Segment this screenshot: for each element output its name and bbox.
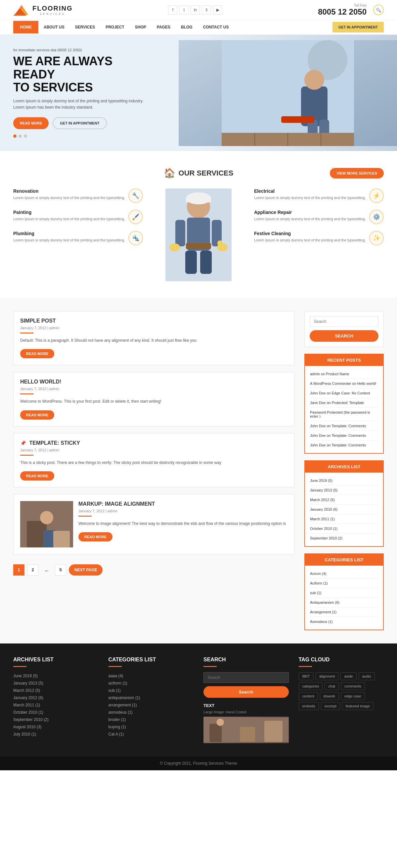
tag-comments[interactable]: comments [341, 682, 365, 690]
recent-posts-list: admin on Product Name A WordPress Commen… [305, 366, 383, 453]
read-more-hero[interactable]: READ MORE [13, 117, 48, 129]
social-youtube[interactable]: ▶ [213, 5, 222, 14]
tag-chat[interactable]: chat [325, 682, 339, 690]
nav-contact[interactable]: CONTACT US [198, 20, 234, 34]
page-1[interactable]: 1 [13, 564, 25, 576]
archive-6[interactable]: October 2010 (1) [310, 524, 378, 533]
archive-4[interactable]: January 2010 (6) [310, 505, 378, 514]
hero-dot-1[interactable] [13, 134, 16, 138]
archive-2[interactable]: January 2013 (5) [310, 486, 378, 495]
nav-blog[interactable]: BLOG [176, 20, 198, 34]
footer-cat-3[interactable]: sub (1) [108, 687, 194, 694]
archive-1[interactable]: June 2019 (5) [310, 476, 378, 486]
footer-cat-6[interactable]: asmodeus (1) [108, 709, 194, 716]
footer-archive-5[interactable]: March 2011 (1) [13, 702, 99, 709]
footer-search-btn[interactable]: Search [203, 686, 289, 698]
category-4[interactable]: Antiquarianism (6) [310, 598, 378, 608]
hero-section: for immediate services dial (8005 12 205… [0, 35, 397, 151]
tag-featured-image[interactable]: featured image [342, 702, 373, 710]
footer-cat-7[interactable]: broder (1) [108, 716, 194, 723]
archive-7[interactable]: September 2010 (2) [310, 533, 378, 543]
footer-archive-4[interactable]: January 2012 (6) [13, 694, 99, 702]
recent-post-1[interactable]: admin on Product Name [310, 369, 378, 379]
social-instagram[interactable]: in [191, 5, 200, 14]
next-page[interactable]: Next Page [69, 564, 103, 576]
category-1[interactable]: Acicon (4) [310, 569, 378, 579]
footer-archive-8[interactable]: August 2010 (3) [13, 723, 99, 731]
post-title: HELLO WORLD! [20, 379, 288, 385]
post-simple: SIMPLE POST January 7, 2012 | admin Defa… [13, 311, 294, 365]
hero-image-placeholder [179, 40, 397, 146]
footer-archive-2[interactable]: January 2013 (5) [13, 680, 99, 687]
tag-aside[interactable]: aside [340, 672, 356, 680]
search-button[interactable]: 🔍 [373, 5, 384, 15]
footer-cat-9[interactable]: Cat A (1) [108, 731, 194, 738]
footer-archive-3[interactable]: March 2012 (5) [13, 687, 99, 694]
social-facebook[interactable]: f [168, 5, 177, 14]
view-more-services[interactable]: VIEW MORE SERVICES [330, 168, 384, 179]
category-6[interactable]: Asmodeus (1) [310, 617, 378, 626]
appointment-button[interactable]: GET IN APPOINTMENT [332, 22, 384, 32]
footer-cat-4[interactable]: antiquarianism (1) [108, 694, 194, 702]
hero-dot-3[interactable] [24, 134, 27, 138]
archive-5[interactable]: March 2011 (1) [310, 514, 378, 524]
page-5[interactable]: 5 [55, 564, 66, 576]
read-more-sticky[interactable]: READ MORE [20, 471, 54, 480]
nav-project[interactable]: PROJECT [100, 20, 130, 34]
toll-free-label: Toll Free [318, 4, 367, 7]
category-5[interactable]: Arrangement (1) [310, 608, 378, 617]
recent-post-6[interactable]: John Doe on Template: Comments [310, 421, 378, 431]
read-more-simple[interactable]: READ MORE [20, 349, 54, 358]
archive-3[interactable]: March 2012 (5) [310, 495, 378, 505]
tag-edge-case[interactable]: edge case [341, 692, 365, 700]
footer-archive-1[interactable]: June 2019 (5) [13, 672, 99, 680]
sidebar-search-input[interactable] [310, 316, 378, 327]
post-title: 📌 TEMPLATE: STICKY [20, 440, 288, 446]
recent-post-7[interactable]: John Doe on Template: Comments [310, 431, 378, 440]
recent-post-2[interactable]: A WordPress Commenter on Hello world! [310, 379, 378, 389]
sidebar-search-btn[interactable]: SEARCH [310, 330, 378, 342]
recent-post-4[interactable]: Jane Doe on Protected: Template [310, 398, 378, 408]
page-2[interactable]: 2 [27, 564, 38, 576]
read-more-image[interactable]: READ MORE [78, 532, 112, 541]
nav-pages[interactable]: PAGES [152, 20, 176, 34]
tag-audio[interactable]: audio [359, 672, 375, 680]
nav-home[interactable]: HOME [13, 21, 38, 33]
svg-rect-20 [200, 251, 212, 274]
footer-archive-7[interactable]: September 2010 (2) [13, 716, 99, 723]
nav-shop[interactable]: SHOP [130, 20, 152, 34]
nav-about[interactable]: ABOUT US [38, 20, 70, 34]
tag-dowork[interactable]: dowork [320, 692, 339, 700]
footer-archive-6[interactable]: October 2010 (1) [13, 709, 99, 716]
hero-dot-2[interactable] [19, 134, 22, 138]
post-divider [20, 455, 33, 456]
read-more-hello[interactable]: READ MORE [20, 410, 54, 420]
tag-content[interactable]: content [299, 692, 318, 700]
footer-text-title: TEXT [203, 703, 289, 708]
tag-8bit[interactable]: 8BIT [299, 672, 313, 680]
social-linkedin[interactable]: li [202, 5, 211, 14]
tag-excerpt[interactable]: excerpt [321, 702, 340, 710]
footer-cat-5[interactable]: arrangement (1) [108, 702, 194, 709]
post-excerpt: Welcome to WordPress. This is your first… [20, 398, 288, 405]
footer-cat-2[interactable]: aciform (1) [108, 680, 194, 687]
nav-services[interactable]: SERVICES [70, 20, 100, 34]
services-left: Renovation Lorem Ipsum is simply dummy t… [13, 188, 156, 245]
appointment-hero[interactable]: GET IN APPOINTMENT [53, 117, 106, 129]
hero-title: WE ARE ALWAYS READY TO SERVICES [13, 55, 145, 94]
footer-archive-9[interactable]: July 2010 (1) [13, 731, 99, 738]
footer-categories-col: CATEGORIES LIST aaaa (4) aciform (1) sub… [108, 657, 194, 743]
footer-cat-8[interactable]: buying (1) [108, 723, 194, 731]
category-2[interactable]: Aciform (1) [310, 579, 378, 588]
recent-post-5[interactable]: Password Protected (the password is ente… [310, 408, 378, 421]
category-3[interactable]: sub (1) [310, 588, 378, 598]
tag-embeds[interactable]: embeds [299, 702, 319, 710]
tag-categories[interactable]: categories [299, 682, 323, 690]
footer-search-input[interactable] [203, 672, 289, 683]
recent-post-8[interactable]: John Doe on Template: Comments [310, 440, 378, 450]
social-twitter[interactable]: t [179, 5, 189, 14]
footer-cat-1[interactable]: aaaa (4) [108, 672, 194, 680]
tag-alignment[interactable]: alignment [316, 672, 339, 680]
recent-post-3[interactable]: John Doe on Edge Case: No Content [310, 389, 378, 398]
hero-image [179, 35, 397, 151]
